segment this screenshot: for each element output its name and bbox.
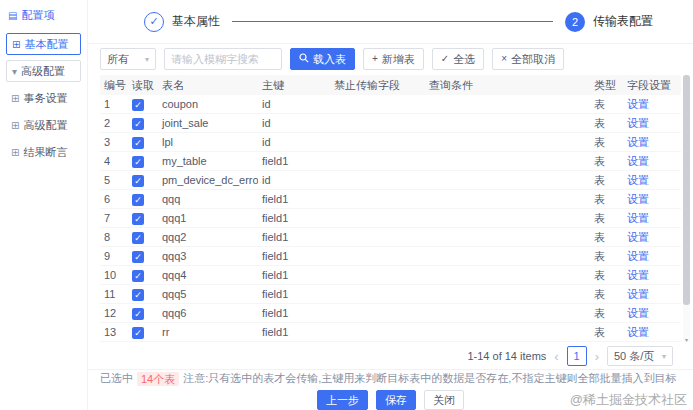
next-page-button[interactable]: ›	[595, 350, 599, 363]
table-row: 1✓couponid表设置	[100, 95, 681, 114]
read-checkbox[interactable]: ✓	[132, 308, 144, 320]
select-all-button[interactable]: ✓ 全选	[432, 48, 484, 70]
prev-step-button[interactable]: 上一步	[317, 390, 368, 410]
scroll-down-icon[interactable]: ▾	[683, 336, 690, 343]
read-checkbox[interactable]: ✓	[132, 137, 144, 149]
chevron-down-icon: ▾	[662, 352, 666, 361]
close-button[interactable]: 关闭	[424, 390, 464, 410]
type-cell: 表	[590, 135, 623, 150]
field-settings-link[interactable]: 设置	[627, 231, 649, 243]
type-cell: 表	[590, 116, 623, 131]
grid-icon: ⊞	[11, 93, 19, 104]
read-checkbox[interactable]: ✓	[132, 327, 144, 339]
table-row: 6✓qqqfield1表设置	[100, 190, 681, 209]
scrollbar-thumb[interactable]	[683, 75, 690, 305]
primary-key-cell: field1	[258, 250, 330, 262]
row-number: 2	[100, 117, 128, 129]
search-input[interactable]	[164, 48, 282, 70]
chevron-down-icon: ▾	[145, 55, 149, 64]
sidebar-item-label: 事务设置	[23, 91, 67, 106]
read-checkbox[interactable]: ✓	[132, 118, 144, 130]
plus-icon: +	[372, 54, 378, 64]
page-1-button[interactable]: 1	[567, 346, 587, 366]
search-icon	[299, 53, 309, 65]
primary-key-cell: field1	[258, 155, 330, 167]
table-row: 5✓pm_device_dc_error_log_hisid表设置	[100, 171, 681, 190]
row-number: 8	[100, 231, 128, 243]
chevron-down-icon: ▾	[12, 66, 17, 77]
header-number: 编号	[100, 78, 128, 93]
field-settings-link[interactable]: 设置	[627, 193, 649, 205]
row-number: 13	[100, 326, 128, 338]
sidebar-item-result-assertion[interactable]: ⊞ 结果断言	[6, 141, 81, 163]
table-name-cell: qqq6	[158, 307, 258, 319]
table-name-cell: joint_sale	[158, 117, 258, 129]
type-cell: 表	[590, 211, 623, 226]
read-checkbox[interactable]: ✓	[132, 251, 144, 263]
field-settings-link[interactable]: 设置	[627, 269, 649, 281]
primary-key-cell: field1	[258, 231, 330, 243]
selected-count-badge: 14个表	[137, 372, 179, 386]
header-query-condition: 查询条件	[425, 78, 590, 93]
read-checkbox[interactable]: ✓	[132, 99, 144, 111]
tables-table: 编号 读取 表名 主键 禁止传输字段 查询条件 类型 字段设置 1✓coupon…	[100, 75, 681, 342]
primary-key-cell: field1	[258, 288, 330, 300]
main-content: ✓ 基本属性 2 传输表配置 所有 ▾ 载入表 +	[88, 0, 693, 410]
step1-label: 基本属性	[172, 13, 220, 30]
table-row: 2✓joint_saleid表设置	[100, 114, 681, 133]
sidebar-item-advanced-config-group[interactable]: ▾ 高级配置	[6, 60, 81, 82]
grid-icon: ⊞	[12, 39, 20, 50]
table-name-cell: pm_device_dc_error_log_his	[158, 174, 258, 186]
table-name-cell: lpl	[158, 136, 258, 148]
read-checkbox[interactable]: ✓	[132, 289, 144, 301]
field-settings-link[interactable]: 设置	[627, 326, 649, 338]
field-settings-link[interactable]: 设置	[627, 250, 649, 262]
primary-key-cell: field1	[258, 269, 330, 281]
header-read: 读取	[128, 78, 158, 93]
table-row: 3✓lplid表设置	[100, 133, 681, 152]
type-cell: 表	[590, 268, 623, 283]
field-settings-link[interactable]: 设置	[627, 117, 649, 129]
table-row: 9✓qqq3field1表设置	[100, 247, 681, 266]
type-filter-select[interactable]: 所有 ▾	[100, 48, 156, 70]
close-icon: ×	[501, 54, 507, 64]
read-checkbox[interactable]: ✓	[132, 270, 144, 282]
type-cell: 表	[590, 230, 623, 245]
read-checkbox[interactable]: ✓	[132, 194, 144, 206]
selection-notice: 已选中 14个表 注意:只有选中的表才会传输,主键用来判断目标表中的数据是否存在…	[88, 370, 693, 386]
sidebar-item-label: 高级配置	[21, 64, 65, 79]
cancel-all-button[interactable]: × 全部取消	[492, 48, 564, 70]
type-cell: 表	[590, 97, 623, 112]
add-table-button[interactable]: + 新增表	[363, 48, 424, 70]
sidebar-item-advanced-config[interactable]: ⊞ 高级配置	[6, 114, 81, 136]
field-settings-link[interactable]: 设置	[627, 174, 649, 186]
vertical-scrollbar[interactable]: ▾	[683, 75, 690, 342]
table-row: 4✓my_tablefield1表设置	[100, 152, 681, 171]
header-forbidden-fields: 禁止传输字段	[330, 78, 425, 93]
load-table-button[interactable]: 载入表	[290, 48, 355, 70]
save-button[interactable]: 保存	[376, 390, 416, 410]
field-settings-link[interactable]: 设置	[627, 136, 649, 148]
field-settings-link[interactable]: 设置	[627, 307, 649, 319]
sidebar-item-transaction-settings[interactable]: ⊞ 事务设置	[6, 87, 81, 109]
read-checkbox[interactable]: ✓	[132, 156, 144, 168]
field-settings-link[interactable]: 设置	[627, 212, 649, 224]
read-checkbox[interactable]: ✓	[132, 232, 144, 244]
row-number: 9	[100, 250, 128, 262]
sidebar-item-basic-config[interactable]: ⊞ 基本配置	[6, 33, 81, 55]
header-type: 类型	[590, 78, 623, 93]
table-row: 8✓qqq2field1表设置	[100, 228, 681, 247]
read-checkbox[interactable]: ✓	[132, 175, 144, 187]
primary-key-cell: field1	[258, 193, 330, 205]
header-primary-key: 主键	[258, 78, 330, 93]
prev-page-button[interactable]: ‹	[554, 350, 558, 363]
row-number: 4	[100, 155, 128, 167]
step1-done-circle: ✓	[144, 12, 164, 32]
page-size-select[interactable]: 50 条/页 ▾	[607, 346, 673, 366]
field-settings-link[interactable]: 设置	[627, 288, 649, 300]
row-number: 6	[100, 193, 128, 205]
field-settings-link[interactable]: 设置	[627, 98, 649, 110]
read-checkbox[interactable]: ✓	[132, 213, 144, 225]
primary-key-cell: id	[258, 136, 330, 148]
field-settings-link[interactable]: 设置	[627, 155, 649, 167]
